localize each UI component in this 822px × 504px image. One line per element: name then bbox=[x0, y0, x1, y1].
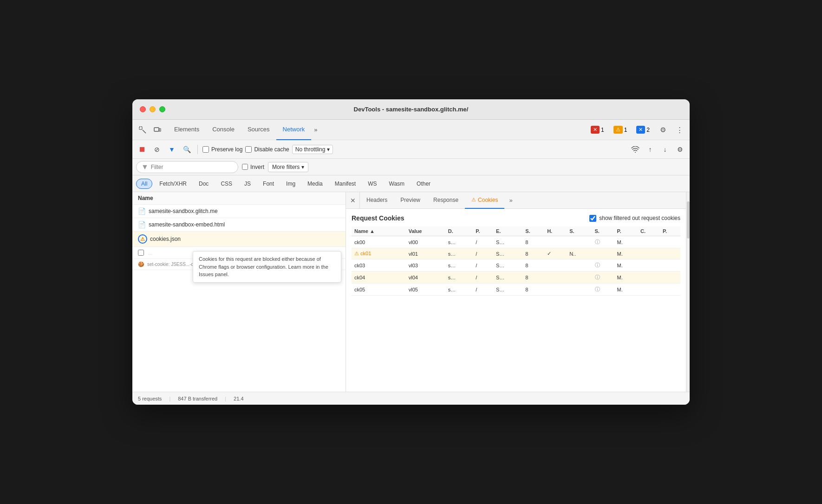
type-btn-css[interactable]: CSS bbox=[215, 179, 237, 189]
panel-more-icon[interactable]: » bbox=[505, 197, 516, 204]
type-btn-font[interactable]: Font bbox=[258, 179, 279, 189]
panel-tab-cookies[interactable]: ⚠ Cookies bbox=[465, 192, 504, 209]
cookie-exp-cell: S… bbox=[493, 284, 522, 296]
cookie-samesite-cell bbox=[567, 259, 592, 271]
upload-icon[interactable]: ↑ bbox=[644, 143, 656, 155]
file-checkbox[interactable] bbox=[138, 250, 144, 256]
cookie-secure-cell: ⓘ bbox=[592, 259, 614, 271]
error-count: 1 bbox=[601, 127, 604, 133]
show-filtered-checkbox[interactable] bbox=[589, 215, 596, 222]
traffic-lights bbox=[140, 106, 165, 112]
tab-elements[interactable]: Elements bbox=[168, 120, 206, 140]
file-item-2[interactable]: 📄 samesite-sandbox-embed.html bbox=[132, 218, 346, 232]
col-expires[interactable]: E. bbox=[493, 226, 522, 236]
warning-badge[interactable]: ⚠ 1 bbox=[611, 125, 630, 135]
more-filters-button[interactable]: More filters ▾ bbox=[268, 162, 308, 172]
content-area: Name 📄 samesite-sandbox.glitch.me 📄 same… bbox=[132, 192, 690, 392]
inspect-icon[interactable] bbox=[136, 123, 149, 136]
search-button[interactable]: 🔍 bbox=[181, 143, 193, 155]
type-btn-fetch-xhr[interactable]: Fetch/XHR bbox=[154, 179, 192, 189]
col-path[interactable]: P. bbox=[473, 226, 493, 236]
filter-input-wrap: ▼ bbox=[136, 161, 238, 173]
panel-tab-headers[interactable]: Headers bbox=[360, 192, 394, 209]
table-row[interactable]: ⚠ ck01 vl01 s… / S… 8 ✓ N.. M. bbox=[352, 248, 680, 259]
wifi-icon[interactable] bbox=[629, 143, 641, 155]
clear-button[interactable]: ⊘ bbox=[151, 143, 163, 155]
tab-network[interactable]: Network bbox=[276, 120, 312, 140]
col-size[interactable]: S. bbox=[522, 226, 544, 236]
col-domain[interactable]: D. bbox=[445, 226, 473, 236]
invert-group: Invert bbox=[242, 164, 264, 170]
col-name[interactable]: Name ▲ bbox=[352, 226, 406, 236]
type-btn-other[interactable]: Other bbox=[411, 179, 436, 189]
svg-point-3 bbox=[635, 152, 636, 153]
cookie-value-cell: vl01 bbox=[406, 248, 445, 259]
type-btn-doc[interactable]: Doc bbox=[194, 179, 214, 189]
col-samesite[interactable]: S. bbox=[567, 226, 592, 236]
show-filtered-group: show filtered out request cookies bbox=[589, 215, 680, 222]
nav-more-icon[interactable]: » bbox=[311, 123, 320, 137]
table-row[interactable]: ck04 vl04 s… / S… 8 ⓘ M. bbox=[352, 271, 680, 284]
cookie-priority-cell: M. bbox=[614, 236, 638, 248]
preserve-log-checkbox[interactable] bbox=[202, 146, 209, 153]
table-row[interactable]: ck05 vl05 s… / S… 8 ⓘ M. bbox=[352, 284, 680, 296]
cookie-c-cell bbox=[638, 236, 660, 248]
file-item-1[interactable]: 📄 samesite-sandbox.glitch.me bbox=[132, 205, 346, 218]
cookie-samesite-cell bbox=[567, 284, 592, 296]
cookies-section-title: Request Cookies bbox=[352, 214, 404, 222]
invert-checkbox[interactable] bbox=[242, 164, 248, 170]
navbar: Elements Console Sources Network » ✕ 1 ⚠… bbox=[132, 120, 690, 140]
type-btn-manifest[interactable]: Manifest bbox=[330, 179, 361, 189]
cookie-httponly-cell bbox=[544, 236, 567, 248]
panel-tab-response[interactable]: Response bbox=[427, 192, 465, 209]
col-value[interactable]: Value bbox=[406, 226, 445, 236]
cookie-size-cell: 8 bbox=[522, 236, 544, 248]
table-row[interactable]: ck03 vl03 s… / S… 8 ⓘ M. bbox=[352, 259, 680, 271]
maximize-button[interactable] bbox=[159, 106, 165, 112]
status-sep-1: | bbox=[169, 396, 170, 401]
network-settings-icon[interactable]: ⚙ bbox=[674, 143, 686, 155]
right-panel: ✕ Headers Preview Response ⚠ Cookies » bbox=[346, 192, 686, 392]
download-icon[interactable]: ↓ bbox=[659, 143, 671, 155]
filter-button[interactable]: ▼ bbox=[166, 143, 178, 155]
warning-triangle-icon: ⚠ bbox=[140, 236, 145, 242]
stop-recording-button[interactable]: ⏹ bbox=[136, 143, 148, 155]
scroll-thumb[interactable] bbox=[687, 201, 690, 239]
type-btn-all[interactable]: All bbox=[136, 179, 152, 189]
col-httponly[interactable]: H. bbox=[544, 226, 567, 236]
type-btn-media[interactable]: Media bbox=[302, 179, 328, 189]
panel-tab-preview[interactable]: Preview bbox=[394, 192, 427, 209]
device-icon[interactable] bbox=[151, 123, 164, 136]
tab-sources[interactable]: Sources bbox=[241, 120, 276, 140]
file-item-3[interactable]: ⚠ cookies.json Cookies for this request … bbox=[132, 232, 346, 247]
cookie-domain-cell: s… bbox=[445, 271, 473, 284]
warning-icon: ⚠ bbox=[613, 126, 623, 134]
panel-close-button[interactable]: ✕ bbox=[346, 192, 360, 209]
throttle-select[interactable]: No throttling ▾ bbox=[292, 145, 333, 154]
status-size: 21.4 bbox=[234, 396, 243, 401]
minimize-button[interactable] bbox=[150, 106, 156, 112]
cookie-priority-cell: M. bbox=[614, 284, 638, 296]
table-row[interactable]: ck00 vl00 s… / S… 8 ⓘ M. bbox=[352, 236, 680, 248]
cookie-secure-cell bbox=[592, 248, 614, 259]
type-btn-wasm[interactable]: Wasm bbox=[384, 179, 410, 189]
settings-icon[interactable]: ⚙ bbox=[656, 123, 669, 136]
close-button[interactable] bbox=[140, 106, 146, 112]
col-secure[interactable]: S. bbox=[592, 226, 614, 236]
col-p[interactable]: P. bbox=[660, 226, 680, 236]
type-btn-js[interactable]: JS bbox=[239, 179, 256, 189]
cookie-c-cell bbox=[638, 271, 660, 284]
issues-badge[interactable]: ✕ 2 bbox=[633, 125, 652, 135]
error-badge[interactable]: ✕ 1 bbox=[588, 125, 607, 135]
tab-console[interactable]: Console bbox=[206, 120, 241, 140]
col-priority[interactable]: P. bbox=[614, 226, 638, 236]
cookie-value-cell: vl00 bbox=[406, 236, 445, 248]
type-btn-ws[interactable]: WS bbox=[363, 179, 382, 189]
type-btn-img[interactable]: Img bbox=[281, 179, 300, 189]
disable-cache-checkbox[interactable] bbox=[245, 146, 252, 153]
scrollbar[interactable] bbox=[686, 192, 690, 392]
col-c[interactable]: C. bbox=[638, 226, 660, 236]
more-options-icon[interactable]: ⋮ bbox=[673, 123, 686, 136]
filter-input[interactable] bbox=[151, 164, 233, 170]
toolbar: ⏹ ⊘ ▼ 🔍 Preserve log Disable cache No th… bbox=[132, 140, 690, 159]
